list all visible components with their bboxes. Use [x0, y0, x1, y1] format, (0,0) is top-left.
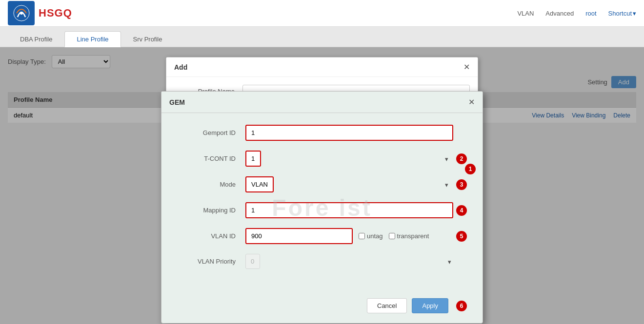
nav-vlan[interactable]: VLAN	[517, 10, 534, 17]
mode-row: Mode VLAN 3	[177, 176, 467, 192]
untag-checkbox[interactable]	[359, 233, 365, 239]
gem-dialog: GEM ✕ 1 Gemport ID 1 T-CONT ID 1	[161, 91, 483, 324]
untag-checkbox-label: untag	[359, 232, 383, 240]
tcont-id-label: T-CONT ID	[177, 155, 245, 162]
tab-line-profile[interactable]: Line Profile	[64, 31, 121, 47]
apply-button[interactable]: Apply	[412, 298, 448, 313]
tcont-id-row: T-CONT ID 1 2	[177, 151, 467, 167]
tab-bar: DBA Profile Line Profile Srv Profile	[0, 27, 644, 47]
gem-dialog-body: Gemport ID 1 T-CONT ID 1 2 Mode	[161, 113, 483, 290]
tab-srv-profile[interactable]: Srv Profile	[121, 31, 175, 47]
tab-dba-profile[interactable]: DBA Profile	[8, 31, 64, 47]
mode-label: Mode	[177, 181, 245, 188]
top-navigation: HSGQ VLAN Advanced root Shortcut ▾	[0, 0, 644, 27]
svg-point-1	[20, 12, 23, 15]
add-dialog-header: Add ✕	[166, 57, 478, 77]
step-1-badge: 1	[465, 164, 476, 174]
vlan-priority-label: VLAN Priority	[177, 258, 245, 265]
nav-right: VLAN Advanced root Shortcut ▾	[517, 10, 636, 17]
gemport-id-input[interactable]	[245, 125, 453, 141]
step-2-badge: 2	[456, 153, 467, 164]
brand-name: HSGQ	[39, 7, 72, 19]
cancel-button[interactable]: Cancel	[367, 298, 407, 313]
add-dialog-title: Add	[174, 63, 187, 71]
nav-advanced[interactable]: Advanced	[545, 10, 574, 17]
vlan-id-row: VLAN ID untag transparent 5	[177, 228, 467, 244]
gem-dialog-footer: Cancel Apply 6	[161, 290, 483, 323]
vlan-id-input[interactable]	[245, 228, 353, 244]
gem-dialog-title: GEM	[169, 98, 185, 106]
nav-user[interactable]: root	[585, 10, 596, 17]
logo-area: HSGQ	[8, 1, 72, 25]
logo-box	[8, 1, 35, 25]
chevron-down-icon: ▾	[633, 10, 636, 17]
gemport-id-row: Gemport ID 1	[177, 125, 467, 141]
main-content: Display Type: All Setting Add Profile Na…	[0, 47, 644, 324]
step-4-badge: 4	[456, 205, 467, 216]
mapping-id-row: Mapping ID 4	[177, 202, 467, 218]
nav-shortcut[interactable]: Shortcut ▾	[608, 10, 636, 17]
mode-select-wrapper: VLAN	[245, 176, 453, 192]
logo-icon	[12, 3, 31, 23]
gemport-id-label: Gemport ID	[177, 129, 245, 136]
mode-select[interactable]: VLAN	[245, 176, 274, 192]
tcont-id-select[interactable]: 1	[245, 151, 261, 167]
gem-dialog-header: GEM ✕	[161, 92, 483, 113]
vlan-id-controls: untag transparent	[245, 228, 453, 244]
step-3-badge: 3	[456, 179, 467, 190]
vlan-priority-select-wrapper: 0	[245, 254, 456, 269]
step-6-badge: 6	[456, 301, 467, 311]
add-dialog-close-button[interactable]: ✕	[463, 62, 470, 72]
gem-dialog-close-button[interactable]: ✕	[468, 97, 475, 107]
transparent-checkbox[interactable]	[389, 233, 395, 239]
vlan-priority-select[interactable]: 0	[245, 254, 260, 269]
step-5-badge: 5	[456, 231, 467, 242]
vlan-id-label: VLAN ID	[177, 232, 245, 240]
mapping-id-label: Mapping ID	[177, 207, 245, 214]
vlan-priority-row: VLAN Priority 0	[177, 254, 467, 269]
transparent-checkbox-label: transparent	[389, 232, 429, 240]
mapping-id-input[interactable]	[245, 202, 453, 218]
tcont-id-select-wrapper: 1	[245, 151, 453, 167]
